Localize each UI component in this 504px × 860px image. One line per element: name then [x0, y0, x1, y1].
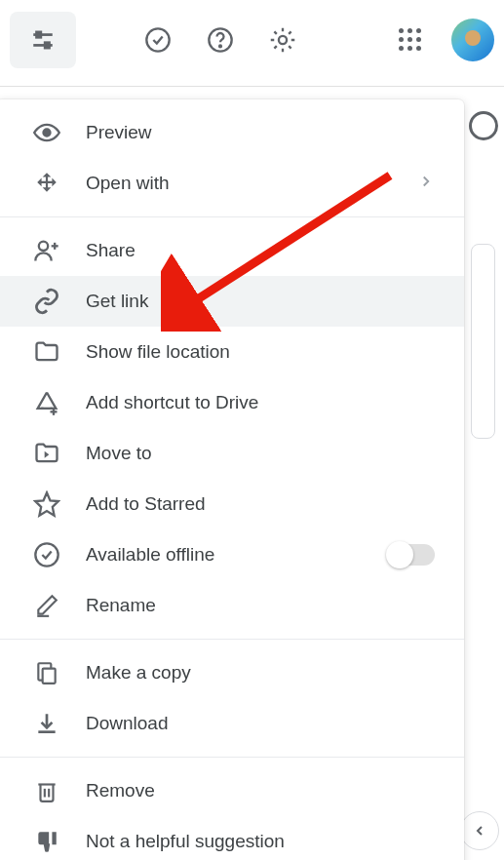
view-settings-button[interactable] — [10, 12, 76, 68]
folder-icon — [33, 338, 60, 366]
svg-point-9 — [39, 242, 48, 251]
ready-offline-button[interactable] — [144, 26, 172, 54]
divider — [0, 216, 464, 217]
svg-rect-2 — [37, 32, 41, 37]
background-panel — [471, 244, 495, 439]
menu-preview[interactable]: Preview — [0, 107, 464, 158]
offline-icon — [33, 541, 60, 568]
eye-icon — [33, 119, 60, 146]
svg-point-4 — [146, 28, 169, 51]
menu-label: Preview — [86, 122, 445, 143]
svg-marker-14 — [35, 492, 58, 515]
menu-get-link[interactable]: Get link — [0, 276, 464, 327]
menu-label: Share — [86, 240, 445, 261]
menu-label: Get link — [86, 291, 445, 312]
folder-move-icon — [33, 440, 60, 467]
google-apps-button[interactable] — [399, 28, 422, 52]
menu-add-shortcut[interactable]: Add shortcut to Drive — [0, 377, 464, 428]
person-add-icon — [33, 237, 60, 264]
menu-available-offline[interactable]: Available offline — [0, 529, 464, 580]
menu-not-helpful[interactable]: Not a helpful suggestion — [0, 816, 464, 860]
help-button[interactable] — [207, 26, 234, 54]
background-element — [469, 111, 498, 140]
menu-rename[interactable]: Rename — [0, 580, 464, 631]
copy-icon — [33, 659, 60, 686]
check-circle-icon — [144, 26, 172, 54]
svg-point-8 — [44, 130, 51, 137]
menu-label: Available offline — [86, 544, 388, 566]
star-icon — [33, 490, 60, 518]
menu-label: Make a copy — [86, 662, 445, 684]
menu-share[interactable]: Share — [0, 225, 464, 276]
divider — [0, 639, 464, 640]
svg-rect-3 — [45, 43, 49, 48]
menu-make-copy[interactable]: Make a copy — [0, 647, 464, 698]
settings-button[interactable] — [269, 26, 296, 54]
divider — [0, 757, 464, 758]
menu-add-starred[interactable]: Add to Starred — [0, 479, 464, 529]
menu-open-with[interactable]: Open with — [0, 158, 464, 209]
svg-point-6 — [219, 45, 221, 47]
menu-label: Move to — [86, 443, 445, 464]
svg-rect-17 — [43, 669, 56, 684]
menu-label: Open with — [86, 173, 417, 194]
account-avatar[interactable] — [451, 19, 494, 61]
menu-remove[interactable]: Remove — [0, 765, 464, 816]
menu-download[interactable]: Download — [0, 698, 464, 749]
menu-show-location[interactable]: Show file location — [0, 327, 464, 377]
thumbs-down-icon — [33, 828, 60, 855]
menu-move-to[interactable]: Move to — [0, 428, 464, 479]
drive-shortcut-icon — [33, 389, 60, 416]
trash-icon — [33, 777, 60, 804]
menu-label: Not a helpful suggestion — [86, 831, 445, 852]
move-icon — [33, 170, 60, 197]
menu-label: Remove — [86, 780, 445, 801]
svg-point-15 — [35, 543, 58, 566]
file-context-menu: Preview Open with Share Get link Show fi… — [0, 99, 464, 860]
chevron-right-icon — [417, 173, 435, 194]
menu-label: Add to Starred — [86, 493, 445, 515]
svg-rect-22 — [52, 832, 56, 844]
chevron-left-icon — [472, 823, 487, 839]
offline-toggle[interactable] — [388, 544, 435, 566]
svg-point-7 — [279, 36, 287, 44]
tune-icon — [30, 27, 56, 53]
toolbar-right — [399, 19, 494, 61]
menu-label: Rename — [86, 595, 445, 616]
pencil-icon — [33, 592, 60, 619]
link-icon — [33, 288, 60, 315]
menu-label: Download — [86, 713, 445, 734]
side-panel-toggle[interactable] — [460, 811, 499, 850]
menu-label: Add shortcut to Drive — [86, 392, 445, 413]
help-icon — [207, 26, 234, 54]
download-icon — [33, 710, 60, 737]
top-toolbar — [0, 0, 504, 87]
toolbar-icon-group — [144, 26, 296, 54]
gear-icon — [269, 26, 296, 54]
menu-label: Show file location — [86, 341, 445, 363]
